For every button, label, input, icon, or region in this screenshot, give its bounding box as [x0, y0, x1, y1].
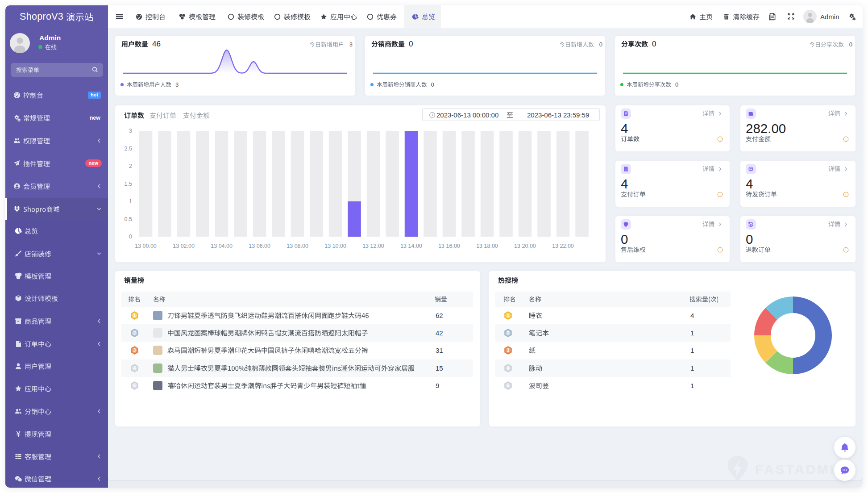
- svg-text:4: 4: [133, 365, 136, 371]
- svg-text:4: 4: [507, 365, 510, 371]
- svg-text:13 16:00: 13 16:00: [438, 243, 460, 249]
- svg-text:3: 3: [133, 348, 136, 353]
- svg-text:13 12:00: 13 12:00: [362, 243, 384, 249]
- svg-text:13 02:00: 13 02:00: [173, 243, 195, 249]
- svg-text:5: 5: [133, 383, 136, 388]
- svg-text:13 18:00: 13 18:00: [476, 243, 498, 249]
- svg-text:13 20:00: 13 20:00: [514, 243, 536, 249]
- svg-text:2: 2: [129, 163, 132, 169]
- svg-text:3: 3: [129, 128, 132, 134]
- svg-text:1: 1: [507, 313, 510, 318]
- svg-text:13 10:00: 13 10:00: [324, 243, 346, 249]
- svg-text:13 04:00: 13 04:00: [211, 243, 233, 249]
- svg-text:0: 0: [129, 234, 132, 240]
- svg-text:2: 2: [133, 330, 136, 335]
- svg-text:1: 1: [133, 313, 136, 318]
- svg-text:13 00:00: 13 00:00: [135, 243, 157, 249]
- svg-text:13 22:00: 13 22:00: [552, 243, 574, 249]
- svg-text:13 14:00: 13 14:00: [400, 243, 422, 249]
- svg-text:3: 3: [507, 348, 510, 353]
- svg-text:1: 1: [129, 198, 132, 205]
- svg-text:0.5: 0.5: [125, 216, 132, 222]
- svg-text:2: 2: [507, 330, 510, 335]
- svg-text:1.5: 1.5: [125, 181, 132, 187]
- svg-text:FASTADMIN: FASTADMIN: [755, 462, 846, 476]
- svg-text:5: 5: [507, 383, 510, 388]
- svg-text:13 08:00: 13 08:00: [287, 243, 308, 249]
- svg-text:2.5: 2.5: [125, 146, 132, 152]
- svg-text:13 06:00: 13 06:00: [249, 243, 270, 249]
